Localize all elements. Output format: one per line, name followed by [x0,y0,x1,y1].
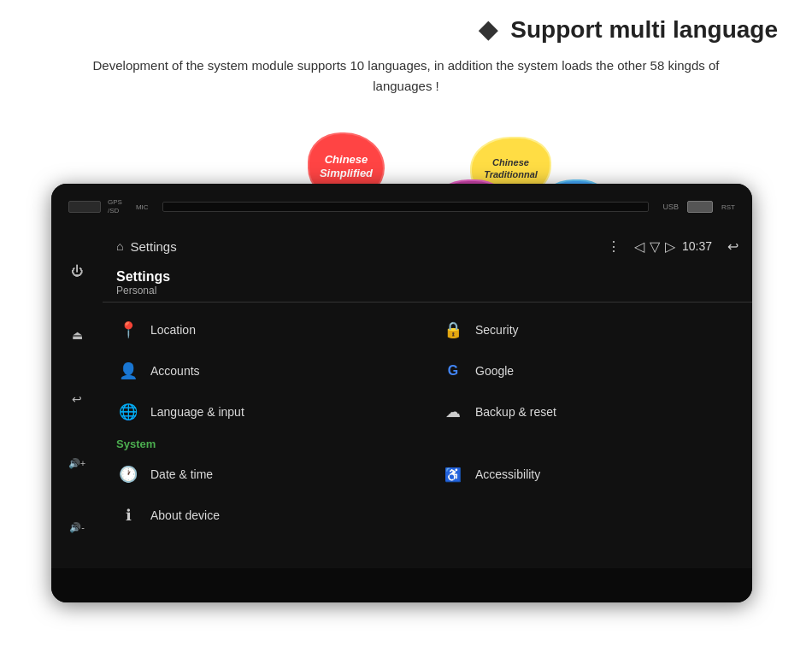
usb-slot-left [68,201,101,213]
accounts-icon: 👤 [116,359,140,383]
personal-settings-grid: 📍 Location 🔒 Security 👤 Accounts [103,309,752,432]
android-ui: ⌂ Settings ⋮ ◁ ▽ ▷ 10:37 ↩ Settings Pers… [103,230,752,568]
device-top-bar: GPS /SD MIC USB RST [51,184,752,230]
about-icon: ℹ [116,503,140,527]
backup-icon: ☁ [441,400,465,424]
system-section-label: System [103,432,752,454]
backup-label: Backup & reset [475,405,738,419]
power-button[interactable]: ⏻ [66,260,88,282]
google-icon: G [441,359,465,383]
mic-label: MIC [136,203,149,211]
top-bar-right: USB RST [662,201,735,213]
menu-dots[interactable]: ⋮ [607,238,621,255]
datetime-label: Date & time [150,467,414,481]
location-icon: 📍 [116,318,140,342]
accounts-label: Accounts [150,364,414,378]
rst-label: RST [721,203,735,211]
nav-controls: ◁ ▽ ▷ [634,238,675,255]
language-icon: 🌐 [116,400,140,424]
settings-content: 📍 Location 🔒 Security 👤 Accounts [103,303,752,568]
clock-display: 10:37 [682,239,712,253]
chevron-right-icon[interactable]: ▷ [665,238,675,255]
system-settings-grid: 🕐 Date & time ♿ Accessibility ℹ About de… [103,454,752,536]
settings-item-language[interactable]: 🌐 Language & input [103,391,427,432]
security-label: Security [475,323,738,337]
settings-header-sub: Personal [116,285,738,297]
volume-down-button[interactable]: 🔊- [66,516,88,538]
back-nav-icon[interactable]: ↩ [727,238,738,255]
cd-slot [162,202,650,212]
left-panel: ⏻ ⏏ ↩ 🔊+ 🔊- [51,230,103,568]
google-label: Google [475,364,738,378]
datetime-icon: 🕐 [116,462,140,486]
status-bar: ⌂ Settings ⋮ ◁ ▽ ▷ 10:37 ↩ [103,230,752,262]
chevron-left-icon[interactable]: ◁ [634,238,644,255]
settings-item-about[interactable]: ℹ About device [103,495,427,536]
settings-item-accessibility[interactable]: ♿ Accessibility [427,454,752,495]
back-button[interactable]: ↩ [66,388,88,410]
settings-header-title: Settings [116,269,738,285]
device-bottom [51,568,752,602]
device-wrapper: ChineseSimplified ChineseTraditionnal Ru… [51,132,752,628]
location-label: Location [150,323,414,337]
settings-item-datetime[interactable]: 🕐 Date & time [103,454,427,495]
settings-header: Settings Personal [103,262,752,303]
language-label: Language & input [150,405,414,419]
screen: ⌂ Settings ⋮ ◁ ▽ ▷ 10:37 ↩ Settings Pers… [103,230,752,568]
settings-item-location[interactable]: 📍 Location [103,309,427,350]
sd-label: /SD [108,207,122,215]
accessibility-label: Accessibility [475,467,738,481]
about-label: About device [150,508,414,522]
diamond-icon: ◆ [479,16,497,43]
usb-port [687,201,713,213]
status-bar-title: Settings [130,239,596,254]
top-bar-left: GPS /SD MIC [68,198,149,216]
usb-label: USB [662,203,679,211]
settings-item-accounts[interactable]: 👤 Accounts [103,350,427,391]
settings-item-backup[interactable]: ☁ Backup & reset [427,391,752,432]
home-icon: ⌂ [116,239,123,253]
eject-button[interactable]: ⏏ [66,324,88,346]
settings-item-security[interactable]: 🔒 Security [427,309,752,350]
page-title: ◆ Support multi language [34,15,778,44]
gps-label: GPS [108,198,122,207]
security-icon: 🔒 [441,318,465,342]
chevron-down-icon[interactable]: ▽ [650,238,660,255]
subtitle-text: Development of the system module support… [0,50,812,107]
device-shell: GPS /SD MIC USB RST ⏻ ⏏ ↩ 🔊+ 🔊- [51,184,752,602]
page-header: ◆ Support multi language [0,0,812,50]
settings-item-google[interactable]: G Google [427,350,752,391]
accessibility-icon: ♿ [441,462,465,486]
volume-up-button[interactable]: 🔊+ [66,452,88,474]
